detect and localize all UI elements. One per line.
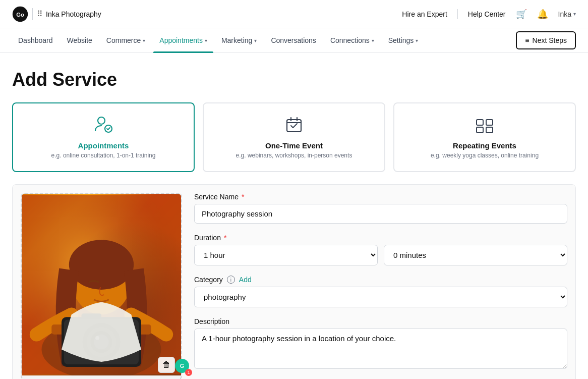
next-steps-label: Next Steps	[533, 36, 567, 44]
duration-hours-select[interactable]: 30 minutes 45 minutes 1 hour 2 hours	[194, 245, 378, 265]
nav-label-marketing: Marketing	[221, 36, 252, 44]
form-fields: Service Name * Duration * 30 minutes 45 …	[194, 193, 567, 379]
nav-item-connections[interactable]: Connections ▾	[324, 28, 380, 52]
description-textarea[interactable]: A 1-hour photography session in a locati…	[194, 329, 567, 369]
help-center-link[interactable]: Help Center	[468, 10, 506, 18]
category-select[interactable]: photography portrait wedding event	[194, 287, 567, 307]
nav-label-website: Website	[67, 36, 92, 44]
delete-image-button[interactable]: 🗑	[158, 357, 175, 373]
service-type-one-time-event[interactable]: One-Time Event e.g. webinars, workshops,…	[203, 102, 385, 172]
main-navigation: Dashboard Website Commerce ▾ Appointment…	[0, 28, 588, 53]
service-type-repeating-events[interactable]: Repeating Events e.g. weekly yoga classe…	[393, 102, 576, 172]
next-steps-button[interactable]: ≡ Next Steps	[516, 31, 576, 49]
nav-label-connections: Connections	[330, 36, 370, 44]
duration-label: Duration *	[194, 234, 567, 242]
nav-item-conversations[interactable]: Conversations	[265, 28, 322, 52]
nav-divider	[32, 8, 33, 20]
one-time-event-icon	[212, 116, 376, 137]
appointments-type-title: Appointments	[21, 141, 186, 150]
appointments-type-subtitle: e.g. online consultation, 1-on-1 trainin…	[21, 152, 186, 159]
nav-item-commerce[interactable]: Commerce ▾	[100, 28, 151, 52]
top-nav-divider	[457, 9, 458, 19]
service-image-placeholder	[22, 194, 181, 375]
top-nav-right: Hire an Expert Help Center 🛒 🔔 Inka ▾	[402, 9, 576, 20]
page-content: Add Service Appointments e.g. online con…	[0, 53, 588, 379]
duration-field: Duration * 30 minutes 45 minutes 1 hour …	[194, 234, 567, 265]
description-field: Description A 1-hour photography session…	[194, 317, 567, 379]
image-upload-area[interactable]: 🗑	[21, 193, 182, 379]
nav-item-appointments[interactable]: Appointments ▾	[153, 28, 213, 52]
category-info-icon[interactable]: i	[227, 276, 235, 284]
marketing-chevron-icon: ▾	[254, 38, 257, 43]
svg-point-2	[98, 117, 105, 124]
commerce-chevron-icon: ▾	[143, 38, 145, 43]
service-type-appointments[interactable]: Appointments e.g. online consultation, 1…	[12, 102, 195, 172]
service-name-field: Service Name *	[194, 193, 567, 224]
duration-selects: 30 minutes 45 minutes 1 hour 2 hours 0 m…	[194, 245, 567, 265]
service-form: 🗑 Service Name * Duration * 30	[12, 184, 576, 379]
nav-item-dashboard[interactable]: Dashboard	[12, 28, 59, 52]
one-time-event-title: One-Time Event	[212, 141, 376, 150]
settings-chevron-icon: ▾	[416, 38, 418, 43]
nav-label-commerce: Commerce	[106, 36, 141, 44]
site-name[interactable]: ⠿ Inka Photography	[37, 9, 101, 19]
appointments-chevron-icon: ▾	[205, 38, 207, 43]
svg-rect-6	[486, 120, 493, 125]
duration-minutes-select[interactable]: 0 minutes 15 minutes 30 minutes 45 minut…	[384, 245, 567, 265]
top-nav-left: Go ⠿ Inka Photography	[12, 6, 101, 22]
user-chevron-icon: ▾	[573, 11, 576, 17]
description-label: Description	[194, 317, 567, 326]
nav-label-conversations: Conversations	[271, 36, 316, 44]
nav-label-settings: Settings	[388, 36, 414, 44]
godaddy-logo-icon: Go	[12, 6, 28, 22]
category-add-link[interactable]: Add	[239, 276, 252, 284]
grid-icon: ⠿	[37, 9, 43, 19]
repeating-events-subtitle: e.g. weekly yoga classes, online trainin…	[402, 152, 567, 159]
svg-point-15	[69, 240, 134, 290]
svg-text:Go: Go	[16, 11, 24, 17]
description-wrapper: A 1-hour photography session in a locati…	[194, 329, 567, 379]
repeating-events-icon	[402, 116, 567, 137]
nav-label-appointments: Appointments	[159, 36, 203, 44]
service-type-selector: Appointments e.g. online consultation, 1…	[12, 102, 576, 172]
service-name-label: Service Name *	[194, 193, 567, 201]
bell-icon[interactable]: 🔔	[537, 9, 548, 20]
godaddy-logo[interactable]: Go	[12, 6, 28, 22]
appointments-icon	[21, 116, 186, 137]
connections-chevron-icon: ▾	[372, 38, 374, 43]
svg-rect-8	[486, 127, 493, 133]
duration-required: *	[224, 234, 226, 242]
one-time-event-subtitle: e.g. webinars, workshops, in-person even…	[212, 152, 376, 159]
next-steps-icon: ≡	[525, 36, 529, 44]
category-label-row: Category i Add	[194, 276, 567, 284]
svg-rect-5	[477, 120, 483, 125]
user-menu-button[interactable]: Inka ▾	[558, 10, 576, 18]
page-title: Add Service	[12, 69, 576, 90]
category-label: Category	[194, 276, 223, 284]
user-name: Inka	[558, 10, 571, 18]
service-name-required: *	[242, 193, 244, 201]
hire-expert-link[interactable]: Hire an Expert	[402, 10, 447, 18]
nav-item-settings[interactable]: Settings ▾	[382, 28, 425, 52]
repeating-events-title: Repeating Events	[402, 141, 567, 150]
site-name-text: Inka Photography	[46, 10, 101, 18]
nav-label-dashboard: Dashboard	[18, 36, 53, 44]
svg-rect-7	[477, 127, 483, 133]
top-navigation: Go ⠿ Inka Photography Hire an Expert Hel…	[0, 0, 588, 28]
nav-item-website[interactable]: Website	[61, 28, 98, 52]
grammarly-badge: 1	[185, 369, 192, 376]
logo-area: Go ⠿ Inka Photography	[12, 6, 101, 22]
photographer-illustration	[22, 194, 181, 375]
service-name-input[interactable]	[194, 204, 567, 224]
svg-rect-4	[287, 120, 301, 132]
category-field: Category i Add photography portrait wedd…	[194, 276, 567, 307]
nav-item-marketing[interactable]: Marketing ▾	[215, 28, 263, 52]
cart-icon[interactable]: 🛒	[516, 9, 527, 20]
